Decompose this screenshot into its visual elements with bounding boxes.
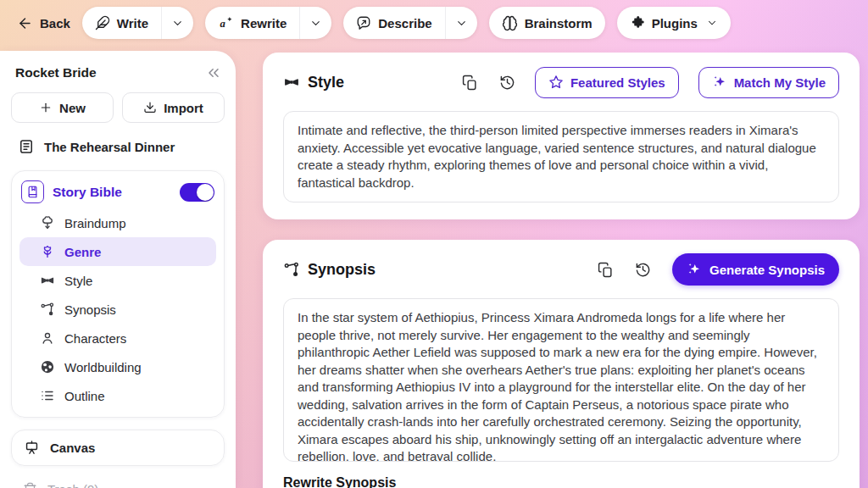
project-title: Rocket Bride: [15, 65, 97, 80]
sidebar-item-label: Worldbuilding: [64, 360, 142, 374]
trash-item[interactable]: Trash (9): [11, 479, 225, 488]
sidebar-item-style[interactable]: Style: [19, 266, 216, 295]
new-button[interactable]: New: [11, 92, 114, 123]
back-button[interactable]: Back: [17, 15, 70, 31]
story-bible-header[interactable]: Story Bible: [19, 179, 216, 205]
match-my-style-button[interactable]: Match My Style: [698, 67, 839, 98]
chevron-down-icon: [309, 17, 322, 30]
easel-icon: [24, 440, 40, 456]
book-icon: [21, 180, 44, 203]
plus-icon: [39, 101, 53, 114]
sidebar-item-synopsis[interactable]: Synopsis: [19, 295, 216, 324]
canvas-label: Canvas: [50, 441, 95, 455]
story-bible-label: Story Bible: [53, 185, 171, 200]
sidebar-item-label: Style: [64, 274, 92, 288]
rewrite-label: Rewrite: [241, 16, 287, 30]
history-button[interactable]: [635, 262, 651, 278]
document-title: The Rehearsal Dinner: [44, 140, 175, 154]
document-item[interactable]: The Rehearsal Dinner: [11, 130, 225, 163]
featured-styles-label: Featured Styles: [570, 75, 665, 90]
brainstorm-button[interactable]: Brainstorm: [489, 7, 605, 39]
style-card: Style Featured Styles Match My Style Int…: [263, 53, 860, 219]
history-button[interactable]: [499, 75, 515, 91]
copy-icon: [462, 75, 478, 91]
write-button[interactable]: Write: [82, 7, 161, 39]
describe-label: Describe: [378, 16, 431, 30]
synopsis-title: Synopsis: [308, 261, 376, 279]
bowtie-icon: [40, 273, 55, 288]
globe-icon: [40, 359, 55, 374]
chevron-down-icon: [455, 17, 468, 30]
chat-arrow-icon: [356, 15, 371, 30]
featured-styles-button[interactable]: Featured Styles: [535, 67, 679, 98]
sidebar: Rocket Bride New Import The Rehearsal Di…: [0, 51, 236, 488]
collapse-sidebar-button[interactable]: [205, 64, 222, 81]
sidebar-item-label: Characters: [64, 331, 126, 346]
chevron-down-icon: [171, 17, 184, 30]
nodes-icon: [283, 261, 300, 278]
back-label: Back: [40, 16, 70, 30]
synopsis-card: Synopsis Generate Synopsis In the star s…: [263, 240, 860, 488]
synopsis-text-field[interactable]: In the star system of Aethiopius, Prince…: [283, 298, 839, 462]
copy-button[interactable]: [462, 75, 478, 91]
bowtie-icon: [283, 74, 300, 91]
write-dropdown-button[interactable]: [161, 7, 193, 39]
history-icon: [635, 262, 651, 278]
history-icon: [499, 75, 515, 91]
trash-label: Trash (9): [47, 482, 98, 488]
story-bible-toggle[interactable]: [180, 183, 214, 202]
puzzle-icon: [630, 15, 645, 30]
describe-button-group: Describe: [343, 7, 476, 39]
sparkles-icon: [687, 262, 702, 277]
sidebar-item-genre[interactable]: Genre: [19, 237, 216, 266]
sidebar-item-characters[interactable]: Characters: [19, 324, 216, 352]
main-content: Style Featured Styles Match My Style Int…: [263, 53, 860, 488]
describe-dropdown-button[interactable]: [445, 7, 477, 39]
rewrite-dropdown-button[interactable]: [299, 7, 331, 39]
trash-icon: [23, 482, 37, 488]
generate-synopsis-label: Generate Synopsis: [709, 263, 825, 277]
genre-icon: [40, 244, 55, 259]
toggle-knob: [197, 184, 214, 201]
write-label: Write: [117, 16, 148, 30]
rewrite-button-group: a Rewrite: [205, 7, 331, 39]
rewrite-button[interactable]: a Rewrite: [205, 7, 299, 39]
person-icon: [40, 330, 55, 346]
star-icon: [548, 75, 564, 90]
brain-icon: [502, 15, 518, 31]
rewrite-sparkle-icon: a: [218, 15, 234, 31]
sidebar-item-label: Braindump: [64, 216, 126, 230]
chevrons-left-icon: [205, 64, 222, 81]
generate-synopsis-button[interactable]: Generate Synopsis: [672, 253, 839, 286]
write-button-group: Write: [82, 7, 193, 39]
download-icon: [143, 101, 157, 114]
sidebar-item-worldbuilding[interactable]: Worldbuilding: [19, 352, 216, 381]
describe-button[interactable]: Describe: [343, 7, 444, 39]
top-toolbar: Back Write a Rewrite Describe Brain: [0, 0, 868, 46]
story-bible-card: Story Bible Braindump Genre Style Synops…: [11, 170, 225, 418]
plugins-label: Plugins: [652, 16, 698, 30]
file-text-icon: [18, 138, 35, 155]
sparkles-icon: [712, 75, 727, 90]
chevron-down-icon: [706, 17, 718, 29]
sidebar-item-outline[interactable]: Outline: [19, 381, 216, 410]
nodes-icon: [40, 302, 55, 317]
arrow-left-icon: [17, 15, 33, 31]
list-icon: [40, 388, 55, 403]
braindump-icon: [40, 215, 55, 230]
copy-button[interactable]: [598, 262, 614, 278]
sidebar-item-label: Synopsis: [64, 302, 116, 317]
sidebar-item-label: Outline: [64, 389, 105, 403]
style-title: Style: [308, 74, 344, 92]
import-button[interactable]: Import: [122, 92, 225, 123]
sidebar-item-label: Genre: [64, 245, 101, 259]
canvas-item[interactable]: Canvas: [11, 430, 225, 466]
plugins-button[interactable]: Plugins: [617, 7, 731, 39]
style-text-field[interactable]: Intimate and reflective, the third-perso…: [283, 111, 839, 202]
new-label: New: [59, 101, 86, 115]
plugins-button-group: Plugins: [617, 7, 731, 39]
import-label: Import: [164, 101, 203, 115]
feather-icon: [95, 15, 110, 30]
brainstorm-label: Brainstorm: [525, 16, 593, 30]
sidebar-item-braindump[interactable]: Braindump: [19, 208, 216, 237]
